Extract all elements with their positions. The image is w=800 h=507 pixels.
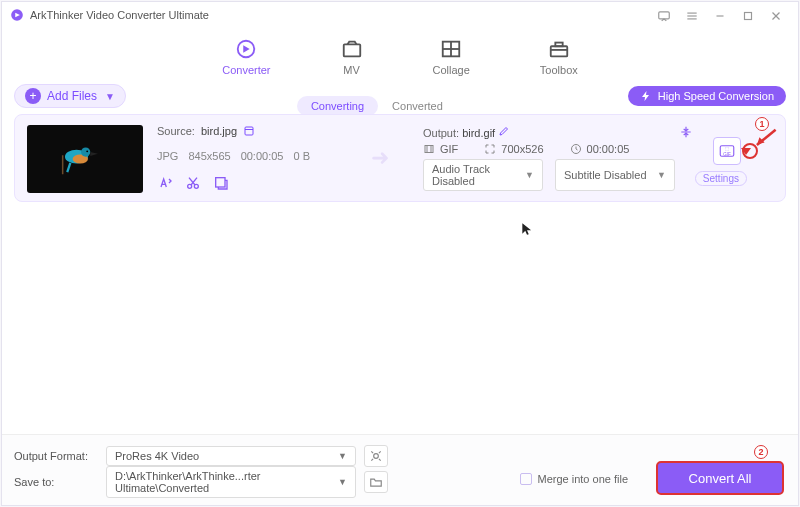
chevron-down-icon: ▼ [338,451,347,461]
crop-icon[interactable] [157,175,173,191]
chevron-down-icon: ▼ [525,170,534,180]
enhance-icon[interactable] [213,175,229,191]
output-format-select[interactable]: ProRes 4K Video ▼ [106,446,356,466]
tab-label: Converter [222,64,270,76]
settings-link[interactable]: Settings [695,171,747,186]
toolbox-icon [548,38,570,60]
svg-rect-6 [745,13,752,20]
thumbnail[interactable] [27,125,143,193]
chevron-down-icon: ▼ [657,170,666,180]
feedback-icon[interactable] [650,7,678,23]
source-col: Source: bird.jpg JPG 845x565 00:00:05 0 … [157,125,357,191]
svg-rect-10 [343,44,360,56]
compress-icon[interactable] [679,125,693,142]
title-bar: ArkThinker Video Converter Ultimate [2,2,798,28]
apply-icon [369,449,383,463]
checkbox-icon [520,473,532,485]
chevron-down-icon[interactable]: ▼ [105,91,115,102]
tab-toolbox[interactable]: Toolbox [540,38,578,76]
plus-icon: + [25,88,41,104]
save-to-select[interactable]: D:\ArkThinker\ArkThinke...rter Ultimate\… [106,466,356,498]
collage-icon [440,38,462,60]
converter-icon [235,38,257,60]
output-format-value: ProRes 4K Video [115,450,199,462]
source-filename: bird.jpg [201,125,237,137]
footer: Output Format: ProRes 4K Video ▼ Save to… [2,434,798,505]
output-specs: GIF 700x526 00:00:05 [423,143,683,155]
close-button[interactable] [762,7,790,23]
svg-point-33 [374,454,379,459]
maximize-button[interactable] [734,7,762,23]
open-folder-button[interactable] [364,471,388,493]
out-dur: 00:00:05 [587,143,630,155]
svg-rect-15 [555,43,562,47]
svg-text:⬚: ⬚ [725,147,729,151]
folder-icon [369,475,383,489]
clock-icon [570,143,582,155]
toolbar: + Add Files ▼ Converting Converted High … [2,78,798,114]
save-to-value: D:\ArkThinker\ArkThinke...rter Ultimate\… [115,470,338,494]
tab-converter[interactable]: Converter [222,38,270,76]
edit-tools [157,175,357,191]
save-to-label: Save to: [14,476,98,488]
audio-track-select[interactable]: Audio Track Disabled ▼ [423,159,543,191]
convert-all-button[interactable]: Convert All [656,461,784,495]
svg-rect-1 [659,12,670,19]
seg-converting[interactable]: Converting [297,96,378,116]
mv-icon [341,38,363,60]
app-logo-icon [10,8,24,22]
subtitle-value: Subtitle Disabled [564,169,647,181]
svg-rect-26 [425,146,433,153]
src-format: JPG [157,150,178,162]
tab-label: Toolbox [540,64,578,76]
menu-icon[interactable] [678,7,706,23]
out-res: 700x526 [501,143,543,155]
add-files-button[interactable]: + Add Files ▼ [14,84,126,108]
source-meta: JPG 845x565 00:00:05 0 B [157,150,357,162]
tab-mv[interactable]: MV [341,38,363,76]
tab-label: MV [343,64,360,76]
main-tabs: Converter MV Collage Toolbox [2,28,798,78]
cut-icon[interactable] [185,175,201,191]
svg-rect-25 [216,178,225,187]
src-res: 845x565 [188,150,230,162]
add-files-label: Add Files [47,89,97,103]
svg-text:GIF: GIF [723,152,731,157]
seg-converted[interactable]: Converted [378,96,457,116]
tab-label: Collage [433,64,470,76]
high-speed-label: High Speed Conversion [658,90,774,102]
output-col: Output: bird.gif GIF 700x526 00:00:05 Au… [423,125,683,191]
src-dur: 00:00:05 [241,150,284,162]
output-filename: bird.gif [462,127,495,139]
convert-label: Convert All [689,471,752,486]
expand-icon [484,143,496,155]
chevron-down-icon [741,148,751,155]
edit-source-icon[interactable] [243,125,255,137]
merge-label: Merge into one file [538,473,629,485]
merge-checkbox[interactable]: Merge into one file [520,473,629,485]
svg-point-19 [81,148,90,157]
annotation-badge-1: 1 [755,117,769,131]
tab-collage[interactable]: Collage [433,38,470,76]
format-dropdown-button[interactable] [737,137,755,165]
content-area: Source: bird.jpg JPG 845x565 00:00:05 0 … [2,114,798,434]
apply-all-button[interactable] [364,445,388,467]
output-label: Output: [423,127,459,139]
chevron-down-icon: ▼ [338,477,347,487]
app-title: ArkThinker Video Converter Ultimate [30,9,209,21]
film-icon [423,143,435,155]
svg-rect-14 [551,46,568,56]
arrow-icon: ➜ [371,145,389,171]
minimize-button[interactable] [706,7,734,23]
file-card: Source: bird.jpg JPG 845x565 00:00:05 0 … [14,114,786,202]
gif-format-icon: ⬚GIF [718,142,736,160]
edit-output-icon[interactable] [498,125,510,137]
svg-rect-21 [245,127,253,135]
audio-track-value: Audio Track Disabled [432,163,525,187]
output-format-label: Output Format: [14,450,98,462]
source-label: Source: [157,125,195,137]
out-format: GIF [440,143,458,155]
subtitle-select[interactable]: Subtitle Disabled ▼ [555,159,675,191]
status-segment: Converting Converted [297,96,457,116]
high-speed-button[interactable]: High Speed Conversion [628,86,786,106]
